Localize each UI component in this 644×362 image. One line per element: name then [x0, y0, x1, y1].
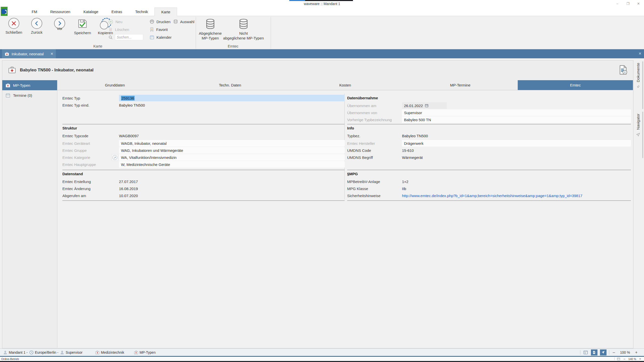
- selection-button[interactable]: Auswahl: [173, 19, 194, 25]
- field-label: MPG Klasse: [347, 187, 402, 191]
- navigation-view-icon[interactable]: [600, 349, 607, 355]
- favorite-button[interactable]: Favorit: [149, 26, 172, 32]
- plus-circle-icon: [108, 19, 113, 24]
- document-view-icon[interactable]: [591, 349, 597, 355]
- sicherheitshinweise-link[interactable]: http://www.emtec.de/index.php?b_id=1&amp…: [402, 192, 631, 199]
- database-stack-icon: [205, 18, 216, 30]
- section-divider: [62, 200, 345, 201]
- back-button[interactable]: Zurück: [26, 18, 48, 35]
- abgerufen-am-field[interactable]: 10.07.2020: [119, 192, 345, 199]
- form-row-sicherheitshinweise: Sicherheitshinweise http://www.emtec.de/…: [347, 192, 631, 199]
- close-record-button[interactable]: Schließen: [3, 18, 25, 35]
- typbez-field[interactable]: Babyleo TN500: [402, 132, 631, 139]
- field-label: Emtec Hauptgruppe: [62, 162, 119, 167]
- zoom-level: 100 %: [619, 350, 632, 354]
- menu-item-technik[interactable]: Technik: [129, 8, 154, 16]
- status-separator: [580, 350, 580, 355]
- emtec-hauptgruppe-field[interactable]: W, Medizintechnische Geräte: [119, 161, 345, 168]
- menu-item-ressourcen[interactable]: Ressourcen: [44, 8, 77, 16]
- vorherige-typbezeichnung-field[interactable]: Babyleo 500 TN: [402, 116, 631, 123]
- connection-status: Online-Betrieb: [0, 357, 19, 360]
- print-button[interactable]: Drucken: [149, 19, 172, 25]
- unmatched-mp-types-button[interactable]: Nichtabgeglichene MP-Typen: [217, 18, 270, 41]
- emtec-aenderung-field[interactable]: 16.08.2019: [119, 185, 345, 192]
- status-mandant: Mandant 1 -: [3, 350, 28, 355]
- umdns-code-field[interactable]: 15-610: [402, 147, 631, 154]
- save-button[interactable]: Speichern: [72, 18, 93, 35]
- sidebar-item-mp-typen[interactable]: MP-Typen: [2, 80, 57, 90]
- emtec-typ-eind-field[interactable]: Babyleo TN500: [119, 102, 345, 108]
- tab-grunddaten[interactable]: Grunddaten: [57, 80, 173, 90]
- layout-view-icon[interactable]: [583, 350, 588, 355]
- zoom-out-button[interactable]: –: [612, 350, 616, 355]
- rail-tab-dokumente[interactable]: Dokumente: [633, 63, 642, 89]
- emtec-typcode-field[interactable]: WAGB0097: [119, 132, 345, 139]
- open-reference-button[interactable]: ↗: [111, 154, 118, 161]
- ribbon-separator: [271, 17, 271, 49]
- calendar-button[interactable]: Kalender: [149, 34, 172, 40]
- zoom-in-button[interactable]: +: [638, 357, 642, 361]
- statusbar: Mandant 1 - Europe/Berlin - Supervisor M: [0, 348, 644, 356]
- tab-kosten[interactable]: Kosten: [288, 80, 403, 90]
- close-all-tabs-icon[interactable]: ✕: [638, 52, 641, 56]
- umdns-begriff-field[interactable]: Wärmegerät: [402, 154, 631, 161]
- sidebar-item-label: Termine (0): [13, 93, 32, 98]
- emtec-gruppe-field[interactable]: WAG, Inkubatoren und Wärmegeräte: [119, 147, 345, 154]
- tab-mp-termine[interactable]: MP-Termine: [403, 80, 518, 90]
- document-info-icon[interactable]: [617, 64, 629, 76]
- zoom-out-button[interactable]: –: [623, 357, 626, 361]
- uebernommen-von-field[interactable]: Supervisor: [402, 109, 631, 116]
- form-row-typcode: Emtec Typcode WAGB0097: [62, 132, 345, 139]
- status-mp-typen: MP-Typen: [134, 350, 156, 355]
- section-divider: [62, 170, 345, 170]
- field-label: Emtec Erstellung: [62, 179, 119, 184]
- database-icon: [173, 19, 178, 24]
- menu-item-kataloge[interactable]: Kataloge: [77, 8, 105, 16]
- document-tab-label: Inkubator, neonatal: [12, 52, 44, 56]
- search-input[interactable]: [115, 34, 143, 40]
- close-window-button[interactable]: ✕: [635, 1, 642, 7]
- form-row-kategorie: Emtec Kategorie WA, Vitalfunktion/Intens…: [62, 154, 345, 161]
- form-column-left: Emtec Typ 259136 Emtec Typ eind. Babyleo…: [62, 90, 345, 206]
- emtec-typ-field[interactable]: 259136: [119, 95, 345, 101]
- document-tab-inkubator[interactable]: Inkubator, neonatal ✕: [2, 49, 56, 58]
- emtec-geraeteart-field[interactable]: WAGB, Inkubator, neonatal: [119, 140, 345, 147]
- tab-techn-daten[interactable]: Techn. Daten: [173, 80, 288, 90]
- mpbetreibv-anlage-field[interactable]: 1+2: [402, 178, 631, 185]
- form-row-mpg-klasse: MPG Klasse IIb: [347, 185, 631, 192]
- sidebar: MP-Typen Termine (0): [2, 80, 57, 348]
- uebernommen-am-field[interactable]: 26.01.2022: [402, 102, 447, 109]
- new-button[interactable]: Neu: [108, 19, 143, 25]
- rail-tab-navigator[interactable]: Navigator: [633, 114, 642, 137]
- tab-emtec[interactable]: Emtec: [518, 80, 633, 90]
- field-label: MPBetreibV-Anlage: [347, 179, 402, 184]
- mpg-klasse-field[interactable]: IIb: [402, 185, 631, 192]
- close-tab-icon[interactable]: ✕: [50, 52, 53, 56]
- zoom-level: 140 %: [628, 357, 636, 360]
- field-label: Emtec Änderung: [62, 187, 119, 191]
- layout-view-icon[interactable]: [617, 357, 621, 361]
- sidebar-item-termine[interactable]: Termine (0): [2, 90, 57, 100]
- arrow-up-right-icon: ↗: [112, 155, 117, 160]
- forward-button[interactable]: Vor: [49, 18, 70, 35]
- emtec-erstellung-field[interactable]: 27.07.2017: [119, 178, 345, 185]
- menu-item-extras[interactable]: Extras: [105, 8, 129, 16]
- person-icon: [3, 350, 8, 355]
- section-divider: [347, 200, 631, 201]
- app-logo-icon: [1, 7, 8, 16]
- menu-item-fm[interactable]: FM: [25, 8, 44, 16]
- form-row-hauptgruppe: Emtec Hauptgruppe W, Medizintechnische G…: [62, 161, 345, 168]
- restore-button[interactable]: ❐: [624, 1, 631, 7]
- calendar-icon[interactable]: [425, 104, 429, 108]
- minimize-button[interactable]: –: [614, 1, 621, 7]
- emtec-hersteller-field[interactable]: Drägerwerk: [402, 140, 631, 147]
- bottom-statusbar: Online-Betrieb – 140 % +: [0, 357, 644, 361]
- zoom-in-button[interactable]: +: [634, 350, 638, 355]
- form-row-umdns-code: UMDNS Code 15-610: [347, 147, 631, 154]
- field-label: Emtec Typcode: [62, 134, 119, 138]
- menu-item-karte[interactable]: Karte: [154, 8, 177, 16]
- rail-tab-label: Navigator: [636, 114, 640, 130]
- database-stack-icon: [238, 18, 249, 30]
- delete-button[interactable]: Löschen: [108, 26, 143, 32]
- emtec-kategorie-field[interactable]: WA, Vitalfunktion/Intensivmedizin: [119, 154, 345, 161]
